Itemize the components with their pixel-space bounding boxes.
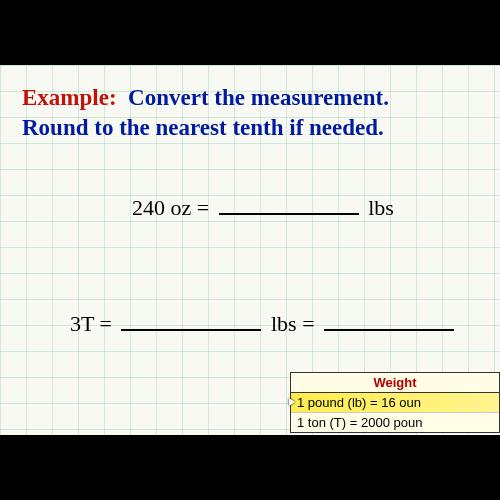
content-area: Example: Convert the measurement. Round …	[0, 65, 500, 337]
problem2-mid-unit: lbs =	[271, 311, 315, 336]
title-line-2: Round to the nearest tenth if needed.	[22, 113, 478, 143]
instruction-part1: Convert the measurement.	[122, 85, 389, 110]
cursor-icon	[289, 398, 295, 406]
weight-box-title: Weight	[291, 373, 499, 393]
problem1-lhs: 240 oz =	[132, 195, 209, 220]
problem2-blank-1	[121, 311, 261, 331]
problem2-lhs: 3T =	[70, 311, 112, 336]
weight-reference-box: Weight 1 pound (lb) = 16 oun 1 ton (T) =…	[290, 372, 500, 433]
instruction-part2: Round to the nearest tenth if needed.	[22, 115, 384, 140]
weight-row-ton: 1 ton (T) = 2000 poun	[291, 413, 499, 432]
problem1-unit: lbs	[368, 195, 394, 220]
problem1-blank	[219, 195, 359, 215]
example-label: Example:	[22, 85, 117, 110]
slide-frame: Example: Convert the measurement. Round …	[0, 65, 500, 435]
problem-2: 3T = lbs =	[70, 311, 478, 337]
weight-row-pound: 1 pound (lb) = 16 oun	[291, 393, 499, 413]
instruction-text-1: Convert the measurement.	[128, 85, 389, 110]
problem2-blank-2	[324, 311, 454, 331]
title-line-1: Example: Convert the measurement.	[22, 83, 478, 113]
problem-1: 240 oz = lbs	[132, 195, 478, 221]
weight-row-1-text: 1 pound (lb) = 16 oun	[297, 395, 421, 410]
